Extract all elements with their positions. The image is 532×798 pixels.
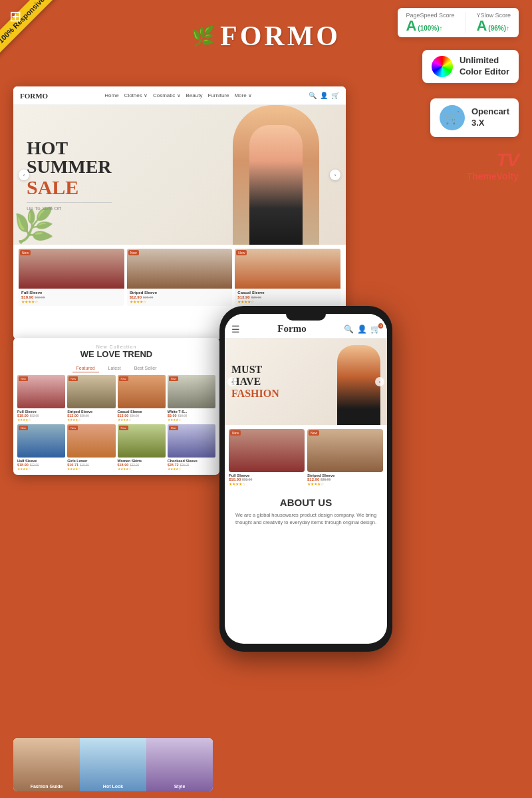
- prod-6: New Girls Lower $10.71$19.00 ★★★★☆: [67, 424, 115, 471]
- prod-5: New Half Sleeve $18.90$32.00 ★★★★☆: [17, 424, 65, 471]
- preview-logo: FORMO: [20, 92, 48, 100]
- phone-cart-icon[interactable]: 🛒0: [370, 325, 380, 334]
- nav-home[interactable]: Home: [104, 92, 118, 98]
- phone-mockup: ☰ Formo 🔍 👤 🛒0 MUST HAVE FASHION ‹ › N: [219, 306, 392, 652]
- preview-navbar: FORMO Home Clothes ∨ Cosmatic ∨ Beauty F…: [13, 86, 346, 105]
- user-icon[interactable]: 👤: [320, 92, 328, 99]
- desktop-preview: FORMO Home Clothes ∨ Cosmatic ∨ Beauty F…: [13, 86, 346, 339]
- phone-about: ABOUT US We are a global housewares prod…: [225, 490, 387, 533]
- phone-search-icon[interactable]: 🔍: [344, 325, 354, 334]
- tab-bestseller[interactable]: Best Seller: [130, 364, 161, 372]
- prod-4: New White T-S... $9.00$18.00 ★★★★☆: [168, 375, 215, 422]
- phone-products: New Full Sleeve $18.90 $32.00 ★★★★☆ New …: [225, 425, 387, 490]
- nav-cosmatic[interactable]: Cosmatic ∨: [153, 92, 181, 98]
- phone-about-title: ABOUT US: [231, 497, 380, 508]
- search-icon[interactable]: 🔍: [309, 92, 317, 99]
- nav-links: Home Clothes ∨ Cosmatic ∨ Beauty Furnitu…: [56, 92, 301, 98]
- phone-hamburger-icon[interactable]: ☰: [231, 324, 240, 334]
- tab-latest[interactable]: Latest: [104, 364, 125, 372]
- prod-7: New Women Skirts $18.90$32.00 ★★★★☆: [118, 424, 166, 471]
- color-editor-box: Unlimited Color Editor: [422, 50, 519, 83]
- phone-hero-model: [337, 345, 380, 425]
- product-image-2: New: [127, 249, 233, 289]
- tab-featured[interactable]: Featured: [72, 364, 99, 372]
- nav-clothes[interactable]: Clothes ∨: [124, 92, 148, 98]
- hero-next-button[interactable]: ›: [330, 170, 340, 180]
- desktop-products-section: New Collection WE LOVE TREND Featured La…: [13, 338, 219, 475]
- nav-icons: 🔍 👤 🛒: [309, 92, 339, 99]
- opencart-box: 🛒 Opencart 3.X: [430, 98, 519, 137]
- color-wheel-icon: [432, 56, 453, 77]
- monitor-icon: ⊞: [9, 8, 21, 25]
- products-row-2: New Half Sleeve $18.90$32.00 ★★★★☆ New G…: [17, 424, 215, 471]
- phone-screen: ☰ Formo 🔍 👤 🛒0 MUST HAVE FASHION ‹ › N: [225, 314, 387, 644]
- hero-text: HOT SUMMER SALE Up To 30% Off: [13, 126, 125, 225]
- hero-prev-button[interactable]: ‹: [19, 170, 29, 180]
- scores-box: PageSpeed Score A (100%)↑ YSlow Score A …: [398, 8, 519, 37]
- nav-beauty[interactable]: Beauty: [186, 92, 203, 98]
- product-card-2: New Striped Sleeve $12.90$25.00 ★★★★☆: [127, 249, 233, 306]
- phone-next-button[interactable]: ›: [375, 377, 384, 386]
- trend-tabs: Featured Latest Best Seller: [17, 364, 215, 372]
- nav-furniture[interactable]: Furniture: [207, 92, 229, 98]
- phone-user-icon[interactable]: 👤: [357, 325, 367, 334]
- themevolty-name: ThemeVolty: [467, 171, 519, 182]
- fashion-item-2: Hot Look: [80, 738, 146, 791]
- product-image-1: New: [19, 249, 124, 289]
- fashion-item-1: Fashion Guide: [13, 738, 80, 791]
- phone-product-1: New Full Sleeve $18.90 $32.00 ★★★★☆: [229, 429, 305, 486]
- prod-1: New Full Sleeve $18.90$32.00 ★★★★☆: [17, 375, 65, 422]
- brand-name: FORMO: [220, 20, 340, 52]
- product-image-3: New: [235, 249, 340, 289]
- phone-about-text: We are a global housewares product desig…: [231, 511, 380, 527]
- opencart-cart-icon: 🛒: [440, 105, 465, 130]
- products-grid: New Full Sleeve $18.90$32.00 ★★★★☆ New S…: [19, 249, 340, 306]
- color-editor-text: Unlimited Color Editor: [460, 55, 509, 78]
- we-love-trend-header: New Collection WE LOVE TREND: [17, 342, 215, 362]
- fashion-item-3: Style: [146, 738, 213, 791]
- prod-2: New Striped Sleeve $12.90$25.00 ★★★★☆: [67, 375, 115, 422]
- phone-notch: [286, 314, 326, 321]
- hero-model: [233, 105, 319, 245]
- pagespeed-score: PageSpeed Score A (100%)↑: [406, 12, 454, 33]
- product-card-3: New Casual Sleeve $13.90$26.00 ★★★★☆: [235, 249, 340, 306]
- phone-product-2: New Striped Sleeve $12.90 $25.00 ★★★★☆: [307, 429, 383, 486]
- brand-title-area: 🌿 FORMO: [133, 20, 399, 52]
- themevolty-tv: TV: [467, 150, 519, 171]
- hero-banner: 🌿 HOT SUMMER SALE Up To 30% Off ‹ ›: [13, 105, 346, 245]
- opencart-text: Opencart 3.X: [471, 106, 509, 129]
- bottom-fashion-strip: Fashion Guide Hot Look Style: [13, 738, 213, 791]
- products-4-grid: New Full Sleeve $18.90$32.00 ★★★★☆ New S…: [17, 375, 215, 422]
- product-card-1: New Full Sleeve $18.90$32.00 ★★★★☆: [19, 249, 124, 306]
- phone-brand-name: Formo: [277, 323, 306, 334]
- phone-hero: MUST HAVE FASHION ‹ ›: [225, 338, 387, 425]
- nav-more[interactable]: More ∨: [234, 92, 251, 98]
- yslow-score: YSlow Score A (96%)↑: [476, 12, 511, 33]
- themevolty-logo: TV ThemeVolty: [467, 150, 519, 182]
- phone-nav-icons: 🔍 👤 🛒0: [344, 325, 380, 334]
- phone-prev-button[interactable]: ‹: [227, 377, 237, 386]
- prod-3: New Casual Sleeve $13.90$26.00 ★★★★☆: [118, 375, 166, 422]
- prod-8: New Checkeed Sleeve $28.72$36.00 ★★★★☆: [168, 424, 215, 471]
- mini-products: New Full Sleeve $18.90$32.00 ★★★★☆ New S…: [13, 245, 346, 310]
- cart-icon[interactable]: 🛒: [331, 92, 339, 99]
